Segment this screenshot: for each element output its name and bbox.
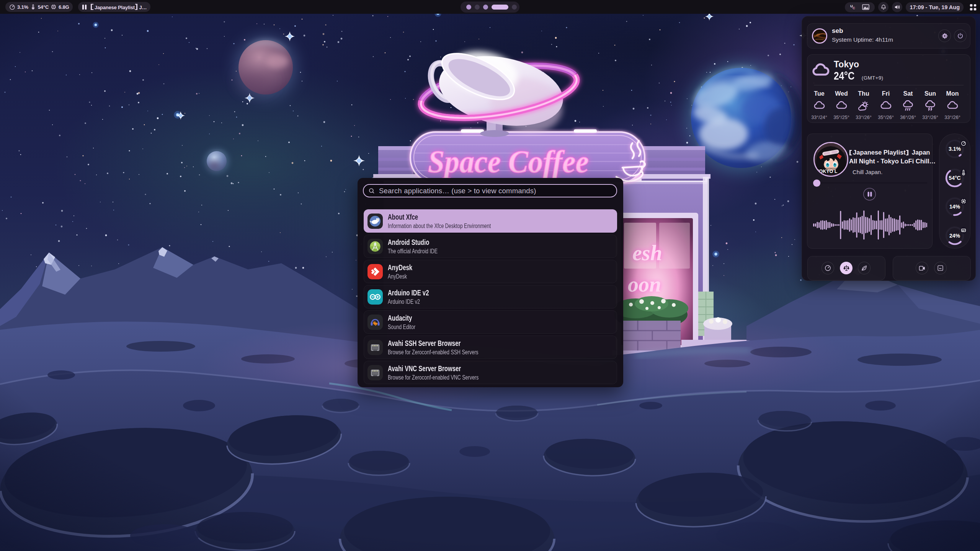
svg-text:TOKYO L: TOKYO L — [816, 169, 838, 174]
svg-text:C: C — [853, 6, 855, 10]
